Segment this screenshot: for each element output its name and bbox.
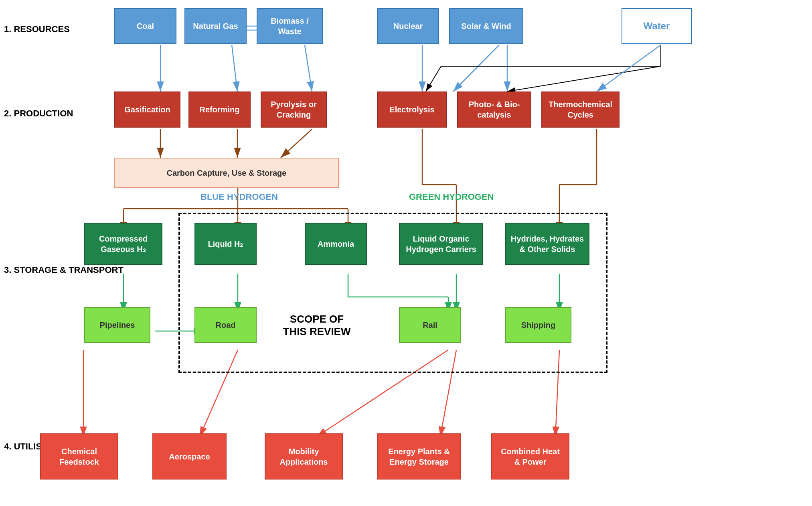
biomass-box: Biomass /Waste [257,8,323,44]
aerospace-box: Aerospace [152,433,227,480]
solar-wind-box: Solar & Wind [449,8,523,44]
compressed-box: CompressedGaseous H₂ [84,223,162,265]
thermochemical-box: ThermochemicalCycles [541,91,620,128]
water-box: Water [622,8,692,44]
road-box: Road [194,307,257,343]
svg-line-9 [507,66,661,91]
shipping-box: Shipping [505,307,571,343]
rail-box: Rail [399,307,461,343]
natural-gas-box: Natural Gas [184,8,247,44]
svg-line-1 [232,45,237,91]
mobility-box: MobilityApplications [265,433,343,480]
nuclear-box: Nuclear [377,8,439,44]
blue-hydrogen-label: BLUE HYDROGEN [200,192,278,202]
svg-line-16 [281,129,312,158]
scope-box [178,213,607,373]
section-3-label: 3. STORAGE & TRANSPORT [4,265,124,275]
svg-line-8 [426,66,441,91]
pipelines-box: Pipelines [84,307,150,343]
chp-box: Combined Heat& Power [491,433,569,480]
coal-box: Coal [114,8,176,44]
photocatalysis-box: Photo- & Bio-catalysis [457,91,531,128]
electrolysis-box: Electrolysis [377,91,447,128]
svg-line-4 [453,45,499,91]
reforming-box: Reforming [188,91,251,128]
energy-plants-box: Energy Plants &Energy Storage [377,433,461,480]
section-1-label: 1. RESOURCES [4,24,70,35]
pyrolysis-box: Pyrolysis orCracking [261,91,327,128]
scope-label: SCOPE OFTHIS REVIEW [273,313,361,338]
diagram-container: 1. RESOURCES 2. PRODUCTION 3. STORAGE & … [0,0,812,506]
svg-line-2 [305,45,312,91]
green-hydrogen-label: GREEN HYDROGEN [409,192,494,202]
ccus-box: Carbon Capture, Use & Storage [114,158,339,188]
svg-line-10 [597,45,661,91]
chemical-feedstock-box: ChemicalFeedstock [40,433,118,480]
gasification-box: Gasification [114,91,180,128]
section-2-label: 2. PRODUCTION [4,108,73,119]
